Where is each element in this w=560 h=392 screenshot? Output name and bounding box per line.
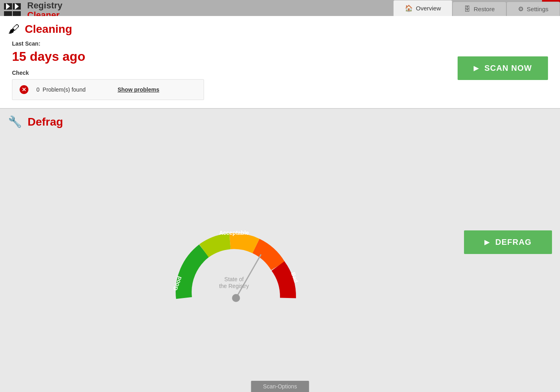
home-icon: 🏠 <box>405 4 413 12</box>
cleaning-section: 🖌 Cleaning Last Scan: 15 days ago Check … <box>0 16 560 108</box>
gauge-container: Good Acceptable Bad State of the Registr… <box>8 202 464 306</box>
error-icon: ✕ <box>20 85 28 94</box>
scan-options-bar[interactable]: Scan-Options <box>251 381 309 392</box>
defrag-label: DEFRAG <box>495 238 531 247</box>
svg-point-10 <box>232 294 240 302</box>
cleaning-right: ▶ SCAN NOW <box>458 40 548 80</box>
scan-now-button[interactable]: ▶ SCAN NOW <box>458 56 548 80</box>
scan-now-label: SCAN NOW <box>484 64 532 73</box>
tab-overview[interactable]: 🏠 Overview <box>393 0 453 16</box>
tab-bar: 🏠 Overview 🗄 Restore ⚙ Settings <box>393 0 560 16</box>
tab-overview-label: Overview <box>416 5 441 12</box>
logo-icon <box>4 3 24 18</box>
check-label: Check <box>12 70 458 76</box>
svg-text:Acceptable: Acceptable <box>219 230 249 236</box>
logo-registry: Registry <box>27 1 62 10</box>
play-icon: ▶ <box>474 64 479 72</box>
svg-text:the Registry: the Registry <box>219 283 249 289</box>
cleaning-title: Cleaning <box>25 23 72 36</box>
defrag-header: 🔧 Defrag <box>0 109 560 128</box>
defrag-body: Good Acceptable Bad State of the Registr… <box>0 128 560 384</box>
defrag-section: 🔧 Defrag <box>0 108 560 392</box>
settings-icon: ⚙ <box>518 5 524 13</box>
tab-settings-label: Settings <box>527 6 548 12</box>
cleaning-header: 🖌 Cleaning <box>8 22 552 36</box>
wrench-icon: 🔧 <box>8 115 22 128</box>
defrag-right: ▶ DEFRAG <box>464 230 552 278</box>
title-bar: Registry Cleaner 🏠 Overview 🗄 Restore ⚙ … <box>0 0 560 16</box>
defrag-button[interactable]: ▶ DEFRAG <box>464 230 552 254</box>
tab-restore[interactable]: 🗄 Restore <box>452 2 506 16</box>
cleaning-left: Last Scan: 15 days ago Check ✕ 0 Problem… <box>12 40 458 100</box>
cleaning-body: Last Scan: 15 days ago Check ✕ 0 Problem… <box>8 40 552 100</box>
gauge-svg: Good Acceptable Bad State of the Registr… <box>164 218 308 306</box>
last-scan-value: 15 days ago <box>12 49 458 64</box>
last-scan-label: Last Scan: <box>12 40 458 47</box>
show-problems-link[interactable]: Show problems <box>118 86 159 93</box>
svg-text:State of: State of <box>224 276 244 282</box>
problems-count: 0 Problem(s) found <box>36 86 86 93</box>
main-content: 🖌 Cleaning Last Scan: 15 days ago Check … <box>0 16 560 392</box>
tab-restore-label: Restore <box>474 6 495 12</box>
defrag-title: Defrag <box>28 116 63 128</box>
scan-options-label: Scan-Options <box>263 383 297 390</box>
problems-row: ✕ 0 Problem(s) found Show problems <box>12 79 204 100</box>
brush-icon: 🖌 <box>8 22 19 36</box>
tab-settings[interactable]: ⚙ Settings <box>506 2 560 16</box>
restore-icon: 🗄 <box>464 6 470 13</box>
defrag-play-icon: ▶ <box>484 238 490 246</box>
